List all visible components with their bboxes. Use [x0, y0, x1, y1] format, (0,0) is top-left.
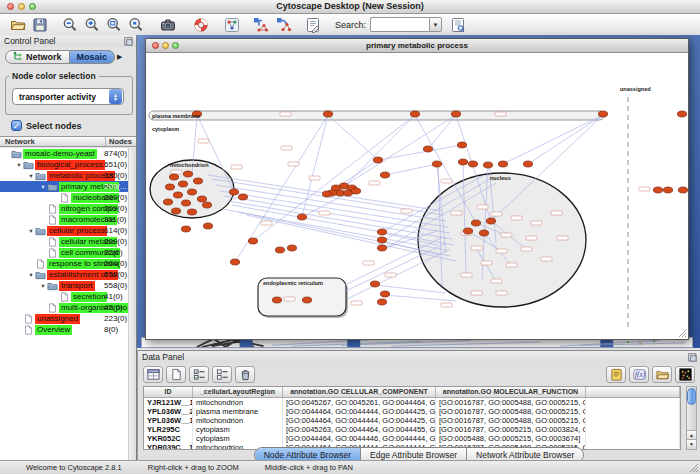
- select-attributes-button[interactable]: [189, 366, 209, 383]
- float-panel-icon[interactable]: [124, 37, 133, 46]
- tree-row[interactable]: ▼primary metabo209(...: [0, 181, 136, 192]
- network-edge[interactable]: [378, 145, 462, 160]
- network-node[interactable]: [486, 218, 495, 224]
- network-edge[interactable]: [344, 115, 415, 187]
- function-builder-button[interactable]: f(x): [629, 366, 649, 383]
- notes-button[interactable]: [606, 366, 626, 383]
- network-node[interactable]: [663, 187, 672, 193]
- network-node[interactable]: [202, 202, 211, 208]
- network-node[interactable]: [377, 245, 386, 251]
- network-node[interactable]: [468, 161, 477, 167]
- network-node[interactable]: [275, 247, 284, 253]
- search-dropdown-button[interactable]: ▼: [429, 17, 442, 32]
- network-edge[interactable]: [224, 196, 450, 233]
- tree-row[interactable]: ▼biological_process651(0): [0, 159, 136, 170]
- network-node[interactable]: [165, 184, 174, 190]
- tree-row[interactable]: nucleobase-209(0): [0, 192, 136, 203]
- network-node[interactable]: [377, 229, 386, 235]
- tree-row[interactable]: response to stimulu264(0): [0, 258, 136, 269]
- network-node[interactable]: [183, 171, 192, 177]
- app-resize-grip[interactable]: [689, 463, 699, 473]
- unselect-attributes-button[interactable]: [212, 366, 232, 383]
- float-panel-icon[interactable]: [688, 353, 697, 362]
- network-node[interactable]: [458, 159, 467, 165]
- network-edge[interactable]: [344, 115, 456, 186]
- tree-row[interactable]: Overview8(0): [0, 324, 136, 335]
- layout-nodes-button[interactable]: [251, 15, 271, 34]
- tree-row[interactable]: ▼cellular process614(0): [0, 225, 136, 236]
- tab-network[interactable]: Network: [5, 50, 70, 64]
- column-header[interactable]: _cellularLayoutRegion: [193, 387, 283, 397]
- network-node[interactable]: [463, 228, 472, 234]
- network-node[interactable]: [297, 214, 306, 220]
- table-scrollbar[interactable]: ▲ ▼: [686, 386, 697, 450]
- network-canvas[interactable]: plasma membranecytoplasmmitochondrionnuc…: [146, 53, 688, 339]
- network-node[interactable]: [479, 230, 488, 236]
- network-node[interactable]: [181, 226, 190, 232]
- node-color-dropdown[interactable]: transporter activity ▲▼: [12, 88, 124, 105]
- network-node[interactable]: [203, 223, 212, 229]
- network-node[interactable]: [323, 111, 332, 117]
- network-node[interactable]: [471, 220, 480, 226]
- network-edge[interactable]: [503, 115, 603, 164]
- tree-row[interactable]: ▼transport558(0): [0, 280, 136, 291]
- new-attribute-button[interactable]: [166, 366, 186, 383]
- expand-arrow-icon[interactable]: ▼: [15, 162, 23, 168]
- network-node[interactable]: [229, 189, 238, 195]
- network-node[interactable]: [523, 161, 532, 167]
- network-node[interactable]: [677, 111, 686, 117]
- zoom-selected-button[interactable]: [126, 15, 146, 34]
- table-row[interactable]: YKR052Ccytoplasm[GO:0044464, GO:0044446,…: [144, 434, 680, 443]
- network-node[interactable]: [598, 111, 607, 117]
- column-nodes[interactable]: Nodes: [106, 137, 136, 146]
- network-node[interactable]: [163, 199, 172, 205]
- table-row[interactable]: YJR121W__1mitochondrion[GO:0045267, GO:0…: [144, 398, 680, 407]
- tree-row[interactable]: secretion41(0): [0, 291, 136, 302]
- network-node[interactable]: [302, 297, 311, 303]
- network-node[interactable]: [373, 157, 382, 163]
- tree-row[interactable]: cellular metabo209(0): [0, 236, 136, 247]
- annotation-button[interactable]: [303, 15, 323, 34]
- network-node[interactable]: [380, 291, 389, 297]
- matrix-button[interactable]: [675, 366, 695, 383]
- network-node[interactable]: [370, 281, 379, 287]
- network-node[interactable]: [171, 208, 180, 214]
- select-nodes-checkbox[interactable]: ✓: [11, 120, 22, 131]
- expand-arrow-icon[interactable]: ▼: [27, 173, 35, 179]
- delete-attribute-button[interactable]: [235, 366, 255, 383]
- network-node[interactable]: [380, 172, 389, 178]
- network-node[interactable]: [181, 200, 190, 206]
- network-node[interactable]: [187, 189, 196, 195]
- tree-row[interactable]: ▼metabolic process280(0): [0, 170, 136, 181]
- tree-scrollbar[interactable]: [128, 148, 136, 460]
- network-node[interactable]: [377, 237, 386, 243]
- search-input[interactable]: [370, 17, 429, 32]
- network-node[interactable]: [410, 111, 419, 117]
- tree-row[interactable]: multi-organism pro42(0): [0, 302, 136, 313]
- network-edge[interactable]: [385, 164, 437, 175]
- import-button[interactable]: [652, 366, 672, 383]
- search-index-button[interactable]: [448, 15, 468, 34]
- grid-button[interactable]: [143, 366, 163, 383]
- network-node[interactable]: [451, 111, 460, 117]
- network-node[interactable]: [377, 299, 386, 305]
- network-node[interactable]: [193, 178, 202, 184]
- network-node[interactable]: [169, 174, 178, 180]
- tree-row[interactable]: nitrogen compo209(0): [0, 203, 136, 214]
- scrollbar-thumb[interactable]: [687, 388, 696, 405]
- network-node[interactable]: [248, 238, 257, 244]
- zoom-fit-button[interactable]: [104, 15, 124, 34]
- network-node[interactable]: [423, 146, 432, 152]
- network-node[interactable]: [173, 192, 182, 198]
- network-node[interactable]: [187, 209, 196, 215]
- network-window-titlebar[interactable]: primary metabolic process: [146, 39, 688, 53]
- network-edge[interactable]: [528, 115, 603, 164]
- vizmapper-button[interactable]: [222, 15, 242, 34]
- network-node[interactable]: [498, 161, 507, 167]
- expand-arrow-icon[interactable]: ▼: [27, 272, 35, 278]
- tree-row[interactable]: unassigned223(0): [0, 313, 136, 324]
- tree-row[interactable]: mosaic-demo-yeast874(0): [0, 148, 136, 159]
- column-header[interactable]: annotation.GO MOLECULAR_FUNCTION: [436, 387, 586, 397]
- snapshot-button[interactable]: [158, 15, 178, 34]
- column-header[interactable]: ID: [144, 387, 193, 397]
